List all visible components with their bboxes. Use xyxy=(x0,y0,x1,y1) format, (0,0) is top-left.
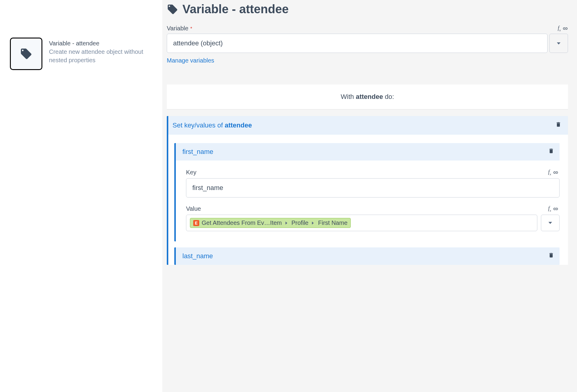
key-block-last-name: last_name xyxy=(174,247,560,265)
link-icon[interactable] xyxy=(553,170,558,175)
value-input-first-name[interactable]: E Get Attendees From Ev…Item Profile Fir… xyxy=(186,215,537,231)
chevron-right-icon xyxy=(285,222,288,225)
value-pill[interactable]: E Get Attendees From Ev…Item Profile Fir… xyxy=(190,218,351,228)
tag-icon xyxy=(167,4,178,15)
with-do-banner: With attendee do: xyxy=(167,84,568,109)
trash-icon[interactable] xyxy=(555,121,561,129)
key-name-first-name[interactable]: first_name xyxy=(182,148,213,156)
required-asterisk: * xyxy=(189,26,192,31)
fx-icon[interactable]: fx xyxy=(558,25,561,32)
fx-icon[interactable]: fx xyxy=(548,169,551,176)
chevron-down-icon xyxy=(557,42,560,44)
node-description: Create new attendee object without neste… xyxy=(49,47,156,64)
variable-select-dropdown-button[interactable] xyxy=(549,34,568,53)
node-title: Variable - attendee xyxy=(49,40,156,47)
trash-icon[interactable] xyxy=(548,148,554,156)
key-label: Key xyxy=(186,169,196,176)
fx-icon[interactable]: fx xyxy=(548,205,551,212)
set-kv-var: attendee xyxy=(225,121,252,129)
key-name-last-name[interactable]: last_name xyxy=(182,252,213,260)
with-prefix: With xyxy=(341,93,356,100)
set-keyvalues-block: Set key/values of attendee first_name xyxy=(167,116,568,265)
with-suffix: do: xyxy=(383,93,394,100)
variable-field-label: Variable xyxy=(167,25,188,32)
pill-seg-2: First Name xyxy=(318,219,347,226)
link-icon[interactable] xyxy=(563,26,568,31)
pill-seg-1: Profile xyxy=(292,219,309,226)
trash-icon[interactable] xyxy=(548,252,554,260)
key-input-first-name[interactable] xyxy=(186,178,560,198)
set-kv-title[interactable]: Set key/values of attendee xyxy=(172,121,252,129)
chevron-right-icon xyxy=(312,222,314,225)
tag-icon xyxy=(20,47,32,60)
value-dropdown-button[interactable] xyxy=(541,215,560,231)
page-title: Variable - attendee xyxy=(182,2,288,16)
manage-variables-link[interactable]: Manage variables xyxy=(167,57,214,64)
link-icon[interactable] xyxy=(553,206,558,212)
pill-seg-0: Get Attendees From Ev…Item xyxy=(202,219,282,226)
set-kv-prefix: Set key/values of xyxy=(172,121,225,129)
value-label: Value xyxy=(186,205,201,212)
eventbrite-icon: E xyxy=(193,220,199,226)
variable-node-icon-box[interactable] xyxy=(10,38,42,70)
node-info: Variable - attendee Create new attendee … xyxy=(49,38,156,64)
variable-select-input[interactable]: attendee (object) xyxy=(167,34,548,53)
chevron-down-icon xyxy=(548,222,552,224)
key-block-first-name: first_name Key fx xyxy=(174,143,560,241)
with-var: attendee xyxy=(356,93,383,100)
